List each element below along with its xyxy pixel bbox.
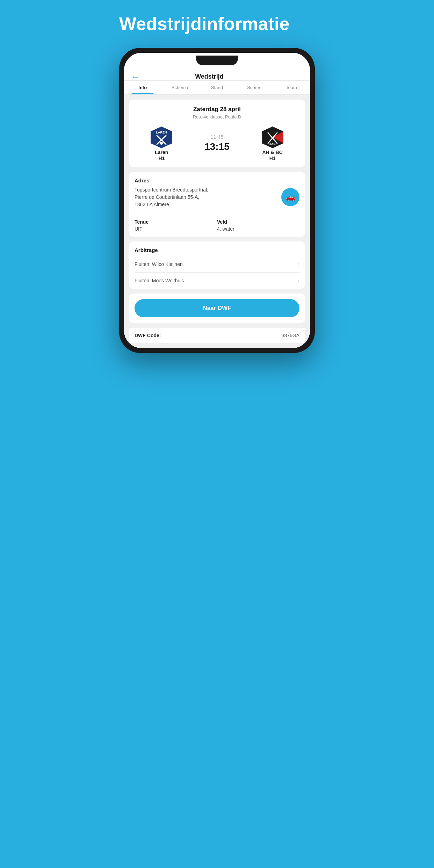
chevron-right-icon-1: › — [298, 261, 299, 267]
tab-info[interactable]: Info — [124, 81, 161, 94]
score-actual-time: 13:15 — [189, 141, 245, 152]
page-background-title: Wedstrijdinformatie — [119, 14, 315, 34]
arbitrage-name-2: Fluiten: Moos Wolthuis — [135, 278, 184, 283]
notch-bar — [124, 53, 310, 68]
away-team-logo: ah&bc — [260, 125, 285, 150]
svg-text:ah&bc: ah&bc — [269, 143, 276, 145]
dwf-code-row: DWF Code: 3876GA — [129, 328, 305, 343]
veld-block: Veld 4, water — [217, 219, 299, 232]
arbitrage-label: Arbitrage — [135, 247, 299, 253]
tenue-label: Tenue — [135, 219, 217, 225]
chevron-right-icon-2: › — [298, 277, 299, 284]
back-button[interactable]: ← — [131, 72, 139, 82]
dwf-button[interactable]: Naar DWF — [135, 299, 299, 317]
address-row: Topsportcentrum Breedtesporthal, Pierre … — [135, 186, 299, 214]
arbitrage-section: Arbitrage Fluiten: Wilco Kleijnen › Flui… — [129, 241, 305, 289]
away-team-block: ah&bc AH & BC H1 — [245, 125, 300, 161]
navigate-button[interactable]: 🚗 — [281, 188, 299, 206]
veld-label: Veld — [217, 219, 299, 225]
home-team-block: LAREN Laren H1 — [134, 125, 189, 161]
match-league: Res. 4e klasse, Poule D — [134, 114, 300, 120]
phone-frame: ← Wedstrijd Info Schema Stand Scores — [119, 48, 315, 353]
tenue-value: UIT — [135, 226, 217, 232]
tab-stand[interactable]: Stand — [198, 81, 236, 94]
arbitrage-item-2[interactable]: Fluiten: Moos Wolthuis › — [135, 272, 299, 289]
away-team-name: AH & BC H1 — [262, 150, 283, 161]
veld-value: 4, water — [217, 226, 299, 232]
tab-team[interactable]: Team — [273, 81, 310, 94]
svg-point-4 — [160, 142, 163, 145]
arbitrage-item-1[interactable]: Fluiten: Wilco Kleijnen › — [135, 256, 299, 272]
home-team-logo: LAREN — [149, 125, 174, 150]
teams-row: LAREN Laren H1 — [134, 125, 300, 161]
info-section: Adres Topsportcentrum Breedtesporthal, P… — [129, 172, 305, 237]
score-block: 11:45 13:15 — [189, 134, 245, 152]
notch — [196, 56, 238, 65]
score-scheduled-time: 11:45 — [189, 134, 245, 140]
app-header: ← Wedstrijd — [124, 68, 310, 81]
tab-scores[interactable]: Scores — [236, 81, 273, 94]
svg-marker-0 — [151, 126, 172, 148]
address-text: Topsportcentrum Breedtesporthal, Pierre … — [135, 186, 208, 208]
dwf-section: Naar DWF — [129, 294, 305, 323]
dwf-code-label: DWF Code: — [135, 333, 161, 338]
home-team-name: Laren H1 — [155, 150, 168, 161]
address-label: Adres — [135, 178, 299, 183]
fields-row: Tenue UIT Veld 4, water — [135, 214, 299, 237]
main-content: Zaterdag 28 april Res. 4e klasse, Poule … — [124, 95, 310, 348]
phone-screen: ← Wedstrijd Info Schema Stand Scores — [124, 53, 310, 348]
car-icon: 🚗 — [286, 193, 295, 202]
svg-text:LAREN: LAREN — [156, 131, 167, 134]
match-card: Zaterdag 28 april Res. 4e klasse, Poule … — [129, 100, 305, 167]
match-date: Zaterdag 28 april — [134, 106, 300, 113]
dwf-code-value: 3876GA — [282, 333, 299, 338]
screen-content: ← Wedstrijd Info Schema Stand Scores — [124, 68, 310, 348]
tab-bar: Info Schema Stand Scores Team — [124, 81, 310, 95]
tenue-block: Tenue UIT — [135, 219, 217, 232]
arbitrage-name-1: Fluiten: Wilco Kleijnen — [135, 261, 183, 267]
tab-schema[interactable]: Schema — [161, 81, 198, 94]
header-title: Wedstrijd — [195, 73, 224, 80]
